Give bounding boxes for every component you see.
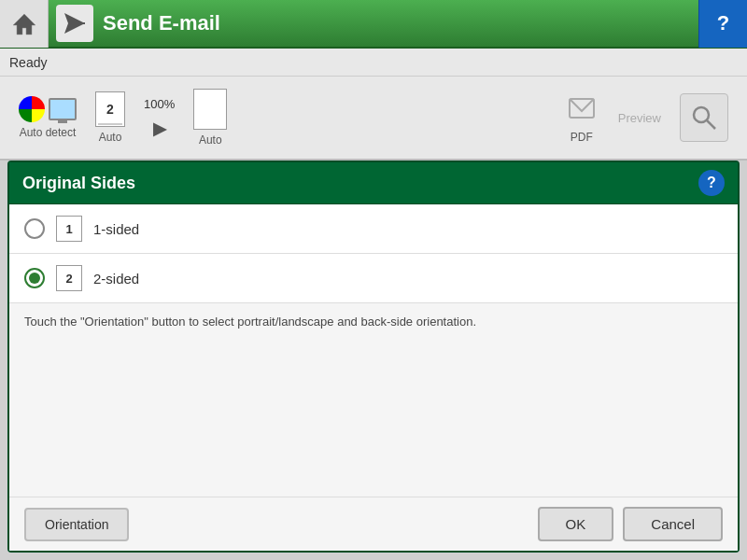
num-2-icon: 2 [56, 265, 82, 291]
zoom-percent: 100% [144, 97, 175, 111]
home-button[interactable] [0, 0, 49, 48]
svg-line-5 [707, 120, 715, 129]
num-1-icon: 1 [56, 216, 82, 242]
status-text: Ready [9, 55, 47, 70]
ok-button[interactable]: OK [538, 507, 614, 541]
header: Send E-mail ? [0, 0, 747, 49]
auto-detect-item[interactable]: Auto detect [19, 96, 77, 139]
auto-detect-label: Auto detect [20, 126, 77, 139]
dialog-help-label: ? [707, 175, 716, 191]
pdf-envelope-icon [567, 94, 597, 124]
source-doc-icon: 2 [95, 91, 125, 127]
send-email-icon [56, 5, 93, 42]
header-title-area: Send E-mail [49, 5, 698, 42]
radio-1sided[interactable] [24, 218, 45, 239]
send-icon [63, 11, 87, 35]
zoom-item: 100% ▶ [144, 97, 175, 139]
output-label: Auto [199, 133, 222, 147]
label-1sided: 1-sided [93, 221, 139, 237]
page-title: Send E-mail [103, 11, 220, 35]
color-detect-icons [19, 96, 77, 122]
cancel-button[interactable]: Cancel [623, 507, 723, 541]
output-doc-item[interactable]: Auto [193, 89, 227, 147]
arrow-icon: ▶ [153, 119, 166, 139]
pdf-label: PDF [571, 131, 593, 144]
pdf-icon [564, 91, 599, 127]
output-doc-icon [193, 89, 227, 130]
svg-marker-0 [13, 14, 35, 35]
pdf-item[interactable]: PDF [564, 91, 599, 144]
header-help-label: ? [717, 11, 729, 35]
home-icon [11, 10, 37, 36]
label-2sided: 2-sided [93, 271, 139, 287]
option-2sided-row[interactable]: 2 2-sided [9, 254, 738, 303]
preview-button[interactable] [680, 93, 728, 142]
dialog-header: Original Sides ? [9, 162, 738, 204]
source-label: Auto [99, 131, 122, 144]
hint-text: Touch the "Orientation" button to select… [9, 303, 738, 497]
preview-item: Preview [618, 111, 661, 125]
orientation-button[interactable]: Orientation [24, 508, 129, 541]
toolbar: Auto detect 2 Auto 100% ▶ Auto PDF Previ… [0, 77, 747, 161]
dialog-action-buttons: OK Cancel [538, 507, 723, 541]
dialog-help-button[interactable]: ? [698, 170, 725, 196]
svg-point-4 [694, 107, 709, 122]
dialog-body: 1 1-sided 2 2-sided Touch the "Orientati… [9, 204, 738, 551]
dialog-footer: Orientation OK Cancel [9, 497, 738, 551]
radio-2sided[interactable] [24, 268, 45, 288]
dialog-title: Original Sides [22, 174, 135, 193]
color-ball-icon [19, 96, 45, 122]
magnifier-icon [689, 103, 719, 133]
source-doc-item[interactable]: 2 Auto [95, 91, 125, 144]
monitor-icon [49, 98, 77, 120]
option-1sided-row[interactable]: 1 1-sided [9, 204, 738, 254]
original-sides-dialog: Original Sides ? 1 1-sided 2 2-sided Tou… [7, 161, 740, 553]
preview-label: Preview [618, 111, 661, 125]
status-bar: Ready [0, 49, 747, 77]
header-help-button[interactable]: ? [698, 0, 747, 48]
